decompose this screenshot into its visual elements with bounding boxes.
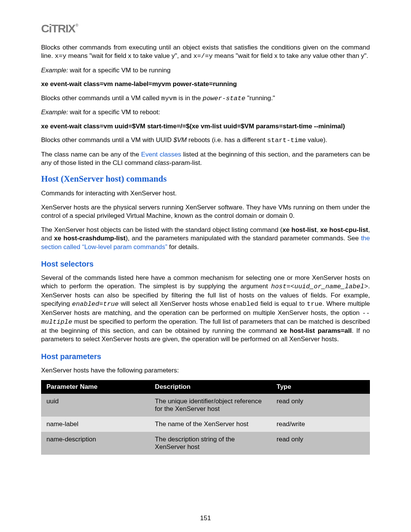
text: means "wait for field x to take any valu… (213, 52, 368, 59)
example-line: Example: wait for a specific VM to be ru… (41, 66, 370, 75)
paragraph: Blocks other commands from executing unt… (41, 43, 370, 61)
text: "running." (245, 94, 275, 102)
example-label: Example: (41, 67, 68, 74)
text: wait for a specific VM to be running (68, 67, 170, 74)
inline-code: x=/=y (193, 53, 213, 60)
inline-code: true (307, 300, 322, 308)
col-header-name: Parameter Name (41, 380, 150, 394)
command-name: xe host-list params=all (280, 327, 352, 334)
inline-code: host=<uuid_or_name_label> (271, 283, 368, 290)
command-line: xe event-wait class=vm uuid=$VM start-ti… (41, 122, 370, 131)
event-classes-link[interactable]: Event classes (141, 151, 181, 158)
text: reboots (i.e. has a different (187, 136, 267, 144)
paragraph: XenServer hosts have the following param… (41, 366, 370, 375)
text: value). (306, 136, 327, 144)
page-number: 151 (0, 514, 411, 522)
cell-description: The name of the XenServer host (150, 417, 271, 432)
inline-code: power-state (202, 95, 245, 102)
text: field is equal to (258, 300, 307, 307)
citrix-logo: CiTRIX® (41, 22, 78, 35)
text: wait for a specific VM to reboot: (68, 109, 160, 116)
table-row: name-description The description string … (41, 432, 370, 455)
parameters-table: Parameter Name Description Type uuid The… (41, 380, 370, 455)
text: , (317, 226, 320, 233)
inline-code: x=y (55, 53, 67, 60)
text: -param-list. (169, 159, 202, 166)
inline-code: start-time (267, 137, 306, 144)
cell-param-name: uuid (41, 394, 150, 417)
text: ), and the parameters manipulated with t… (126, 235, 361, 242)
table-row: uuid The unique identifier/object refere… (41, 394, 370, 417)
paragraph: The class name can be any of the Event c… (41, 150, 370, 168)
text: The XenServer host objects can be listed… (41, 226, 282, 233)
inline-code: myvm (161, 95, 177, 102)
text: Blocks other commands until a VM with UU… (41, 136, 174, 144)
cell-type: read only (271, 432, 370, 455)
emphasis: $VM (174, 136, 187, 144)
cell-param-name: name-label (41, 417, 150, 432)
text: means "wait for field x to take value y"… (67, 52, 193, 59)
command-name: xe host-list (282, 226, 317, 233)
document-page: CiTRIX® Blocks other commands from execu… (0, 0, 411, 532)
command-line: xe event-wait class=vm name-label=myvm p… (41, 80, 370, 88)
paragraph: The XenServer host objects can be listed… (41, 226, 370, 251)
cell-description: The description string of the XenServer … (150, 432, 271, 455)
table-header-row: Parameter Name Description Type (41, 380, 370, 394)
subsection-heading-host-parameters: Host parameters (41, 352, 370, 361)
paragraph: Several of the commands listed here have… (41, 274, 370, 344)
inline-code: enabled=true (72, 300, 118, 308)
text: Blocks other commands until a VM called (41, 94, 161, 102)
paragraph: XenServer hosts are the physical servers… (41, 203, 370, 220)
paragraph: Blocks other commands until a VM with UU… (41, 136, 370, 145)
emphasis: class (155, 159, 170, 166)
command-name: xe host-cpu-list (320, 226, 368, 233)
text: will select all XenServer hosts whose (119, 300, 231, 307)
paragraph: Blocks other commands until a VM called … (41, 94, 370, 103)
paragraph: Commands for interacting with XenServer … (41, 189, 370, 198)
cell-type: read/write (271, 417, 370, 432)
example-label: Example: (41, 109, 68, 116)
text: The class name can be any of the (41, 151, 141, 158)
subsection-heading-host-selectors: Host selectors (41, 260, 370, 268)
inline-code: enabled (231, 300, 258, 308)
cell-type: read only (271, 394, 370, 417)
cell-description: The unique identifier/object reference f… (150, 394, 271, 417)
text: for details. (167, 243, 199, 251)
table-row: name-label The name of the XenServer hos… (41, 417, 370, 432)
section-heading-host-commands: Host (XenServer host) commands (41, 174, 370, 184)
cell-param-name: name-description (41, 432, 150, 455)
example-line: Example: wait for a specific VM to reboo… (41, 108, 370, 117)
col-header-type: Type (271, 380, 370, 394)
text: is in the (177, 94, 202, 102)
command-name: xe host-crashdump-list (54, 235, 126, 242)
col-header-description: Description (150, 380, 271, 394)
